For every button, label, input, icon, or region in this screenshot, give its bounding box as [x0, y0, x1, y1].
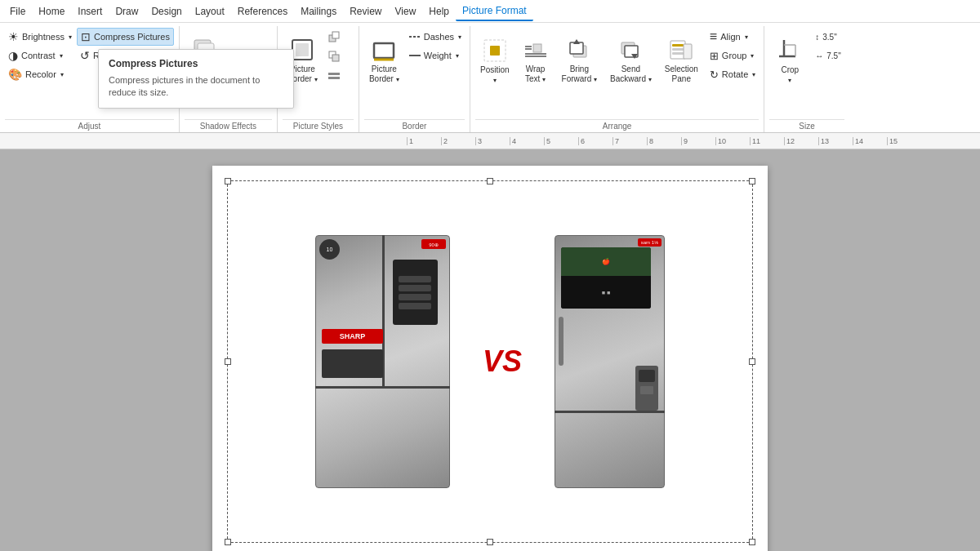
- svg-rect-30: [672, 48, 684, 51]
- position-icon: [482, 38, 508, 64]
- width-input[interactable]: ↔ 7.5": [812, 47, 844, 64]
- menu-mailings[interactable]: Mailings: [294, 2, 343, 20]
- arrange-down-button[interactable]: [324, 47, 344, 65]
- fridge-left-divider-h: [315, 386, 450, 389]
- weight-icon: [409, 50, 421, 61]
- handle-top-center[interactable]: [487, 178, 493, 184]
- border-col: Dashes ▾ Weight ▾: [406, 28, 465, 64]
- position-button[interactable]: Position ▾: [475, 28, 514, 93]
- crop-button[interactable]: Crop ▾: [769, 28, 810, 93]
- selection-pane-button[interactable]: SelectionPane: [660, 28, 703, 93]
- svg-rect-9: [328, 73, 340, 75]
- menu-layout[interactable]: Layout: [189, 2, 231, 20]
- group-icon: ⊞: [710, 50, 719, 62]
- menu-design[interactable]: Design: [145, 2, 188, 20]
- border-label: Border: [364, 119, 465, 132]
- picture-border-main-icon: [371, 37, 397, 63]
- ruler-mark-9: 9: [681, 137, 715, 145]
- fridge-right-screen: 🍎 ■ ■: [561, 247, 651, 309]
- align-button[interactable]: ≡ Align ▾: [706, 28, 759, 46]
- ruler-marks: 1 2 3 4 5 6 7 8 9 10 11 12 13 14 15: [407, 137, 921, 145]
- svg-rect-32: [684, 44, 692, 59]
- svg-rect-17: [533, 44, 541, 52]
- fridge-right-handle: [559, 317, 564, 366]
- menu-file[interactable]: File: [3, 2, 32, 20]
- menu-picture-format[interactable]: Picture Format: [456, 2, 533, 21]
- svg-rect-16: [490, 46, 500, 56]
- ruler-mark-7: 7: [612, 137, 647, 145]
- svg-rect-6: [332, 32, 339, 38]
- handle-top-left[interactable]: [225, 178, 231, 184]
- menu-review[interactable]: Review: [343, 2, 388, 20]
- group-button[interactable]: ⊞ Group ▾: [706, 47, 759, 64]
- selection-pane-icon: [668, 37, 694, 63]
- recolor-button[interactable]: 🎨 Recolor ▾: [5, 65, 75, 83]
- fridge-left-brand: SHARP: [322, 329, 383, 344]
- svg-rect-31: [672, 52, 684, 55]
- adjust-col-1: ☀ Brightness ▾ ◑ Contrast ▾ 🎨 Recolor ▾: [5, 28, 75, 83]
- picture-border-main-button[interactable]: PictureBorder ▾: [364, 28, 404, 93]
- handle-bottom-center[interactable]: [487, 539, 493, 545]
- selection-pane-label: SelectionPane: [665, 64, 698, 84]
- menu-insert[interactable]: Insert: [71, 2, 109, 20]
- compress-pictures-button[interactable]: ⊡ Compress Pictures: [77, 28, 174, 46]
- arrange-small-col: [324, 28, 344, 85]
- fridge-left-badge-right: 90⊕: [421, 239, 446, 249]
- arrange-up-button[interactable]: [324, 28, 344, 46]
- compress-tooltip: Compress Pictures Compress pictures in t…: [98, 49, 294, 109]
- bring-forward-button[interactable]: BringForward ▾: [557, 28, 602, 93]
- image-content: 10 90⊕ SHARP: [212, 219, 768, 504]
- arrange-up-icon: [327, 30, 341, 43]
- brightness-button[interactable]: ☀ Brightness ▾: [5, 28, 75, 46]
- vs-text: VS: [483, 344, 522, 379]
- position-label: Position: [480, 65, 510, 75]
- dashes-dropdown-arrow: ▾: [458, 33, 461, 41]
- shadow-effects-group-label: Shadow Effects: [185, 119, 272, 132]
- wrap-text-icon: [523, 37, 549, 63]
- handle-bottom-right[interactable]: [749, 539, 755, 545]
- crop-icon: [777, 38, 803, 64]
- fridge-left-badge: 10: [319, 239, 340, 260]
- size-inputs-col: ↕ 3.5" ↔ 7.5": [812, 28, 844, 64]
- menu-home[interactable]: Home: [32, 2, 71, 20]
- ruler-mark-12: 12: [784, 137, 818, 145]
- fridge-right-divider: [555, 411, 665, 413]
- height-input[interactable]: ↕ 3.5": [812, 28, 844, 46]
- menu-draw[interactable]: Draw: [109, 2, 145, 20]
- send-backward-button[interactable]: SendBackward ▾: [605, 28, 657, 93]
- fridge-right-dispenser: [635, 366, 658, 411]
- arrange-equal-icon: [327, 69, 341, 82]
- crop-dropdown: ▾: [788, 77, 791, 84]
- dashes-icon: [409, 31, 421, 42]
- menu-view[interactable]: View: [389, 2, 423, 20]
- adjust-label: Adjust: [5, 119, 174, 132]
- dashes-button[interactable]: Dashes ▾: [406, 28, 465, 46]
- weight-button[interactable]: Weight ▾: [406, 47, 465, 64]
- handle-bottom-left[interactable]: [225, 539, 231, 545]
- handle-top-right[interactable]: [749, 178, 755, 184]
- menu-help[interactable]: Help: [422, 2, 456, 20]
- weight-dropdown-arrow: ▾: [456, 52, 459, 60]
- menu-references[interactable]: References: [231, 2, 294, 20]
- ruler-mark-6: 6: [578, 137, 612, 145]
- ruler-mark-15: 15: [887, 137, 921, 145]
- ruler-mark-5: 5: [544, 137, 578, 145]
- arrange-equal-button[interactable]: [324, 67, 344, 85]
- width-icon: ↔: [815, 51, 823, 60]
- height-icon: ↕: [815, 33, 819, 42]
- bring-forward-icon: [566, 37, 592, 63]
- document-page[interactable]: 10 90⊕ SHARP: [212, 166, 768, 551]
- rotate-button[interactable]: ↻ Rotate ▾: [706, 65, 759, 83]
- send-backward-label: SendBackward ▾: [610, 64, 652, 84]
- contrast-button[interactable]: ◑ Contrast ▾: [5, 47, 75, 64]
- svg-rect-4: [296, 43, 309, 56]
- brightness-dropdown-arrow: ▾: [69, 33, 72, 41]
- svg-rect-23: [570, 42, 583, 54]
- ribbon-group-border: PictureBorder ▾ Dashes ▾ Weight: [359, 26, 470, 132]
- compress-icon: ⊡: [81, 30, 91, 43]
- bring-forward-label: BringForward ▾: [562, 64, 597, 84]
- ruler-mark-10: 10: [715, 137, 750, 145]
- wrap-text-button[interactable]: WrapText ▾: [518, 28, 554, 93]
- size-buttons: Crop ▾ ↕ 3.5" ↔ 7.5": [769, 26, 844, 119]
- ruler-mark-13: 13: [818, 137, 853, 145]
